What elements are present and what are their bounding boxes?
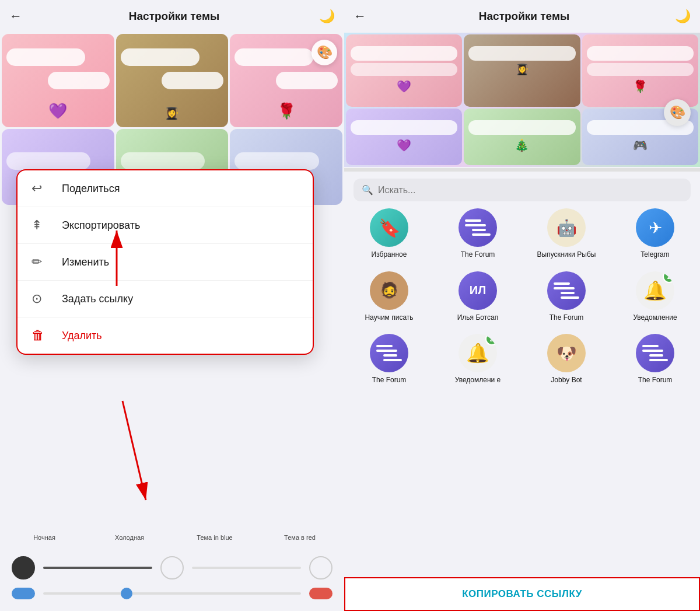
menu-delete-label: Удалить bbox=[62, 330, 102, 342]
chat-item-forum-4[interactable]: The Forum bbox=[617, 334, 693, 385]
jobby-avatar: 🐶 bbox=[547, 334, 586, 372]
forum1-avatar bbox=[459, 208, 497, 247]
forum2-name: The Forum bbox=[550, 313, 584, 323]
toggle-dark[interactable] bbox=[12, 556, 35, 579]
menu-edit-label: Изменить bbox=[62, 256, 109, 268]
theme-grid-top: 💜 👩‍🎓 🌹 bbox=[0, 34, 344, 127]
chat-item-notification-1[interactable]: 🔔 2 Уведомление bbox=[617, 271, 693, 323]
search-icon: 🔍 bbox=[362, 184, 373, 195]
theme-cell-blue[interactable]: 👩‍🎓 bbox=[116, 34, 229, 127]
right-night-mode-icon[interactable]: 🌙 bbox=[675, 9, 691, 24]
chat-row-3: The Forum 🔔 2 Уведомлени е 🐶 Jobby Bot bbox=[351, 334, 693, 385]
forum3-avatar bbox=[370, 334, 408, 372]
copy-link-button[interactable]: КОПИРОВАТЬ ССЫЛКУ bbox=[344, 577, 700, 611]
wp-cell-4[interactable]: 💜 bbox=[346, 109, 462, 166]
toggle-mid[interactable] bbox=[160, 556, 184, 579]
bottom-controls bbox=[0, 547, 344, 611]
copy-link-label: КОПИРОВАТЬ ССЫЛКУ bbox=[462, 588, 582, 600]
graduates-avatar: 🤖 bbox=[547, 208, 586, 247]
chat-row-2: 🧔 Научим писать ИЛ Илья Ботсап Th bbox=[351, 271, 693, 323]
theme-label-night: Ночная bbox=[2, 534, 87, 541]
forum4-avatar bbox=[636, 334, 674, 372]
search-bar[interactable]: 🔍 bbox=[354, 179, 691, 201]
chat-item-notification-2[interactable]: 🔔 2 Уведомлени е bbox=[440, 334, 516, 385]
export-icon: ⇞ bbox=[32, 218, 52, 233]
graduates-name: Выпускники Рыбы bbox=[537, 250, 596, 260]
favorites-avatar: 🔖 bbox=[370, 208, 408, 247]
theme-label-red: Тема в red bbox=[257, 534, 342, 541]
svg-line-3 bbox=[123, 401, 146, 500]
menu-export[interactable]: ⇞ Экспортировать bbox=[18, 207, 313, 244]
chat-row-1: 🔖 Избранное The Forum 🤖 bbox=[351, 208, 693, 260]
right-page-title: Настройки темы bbox=[373, 10, 675, 23]
wp-cell-2[interactable]: 👩‍🎓 bbox=[464, 34, 580, 107]
chat-item-telegram[interactable]: ✈ Telegram bbox=[617, 208, 693, 260]
telegram-avatar: ✈ bbox=[636, 208, 674, 247]
theme-label-blue: Тема in blue bbox=[172, 534, 257, 541]
menu-delete[interactable]: 🗑 Удалить bbox=[18, 317, 313, 354]
forum1-name: The Forum bbox=[461, 250, 495, 260]
notification2-name: Уведомлени е bbox=[455, 376, 501, 385]
theme-cell-pink[interactable]: 💜 bbox=[2, 34, 114, 127]
section-divider bbox=[344, 168, 700, 172]
notification2-badge: 2 bbox=[485, 334, 497, 345]
chat-item-ilya[interactable]: ИЛ Илья Ботсап bbox=[440, 271, 516, 323]
left-panel: ← Настройки темы 🌙 💜 👩‍🎓 🌹 🎨 💜 bbox=[0, 0, 344, 611]
wp-cell-5[interactable]: 🎄 bbox=[464, 109, 580, 166]
right-palette-button[interactable]: 🎨 bbox=[664, 99, 691, 126]
notification1-avatar: 🔔 2 bbox=[636, 271, 674, 310]
chat-item-forum-3[interactable]: The Forum bbox=[351, 334, 427, 385]
notification2-avatar: 🔔 2 bbox=[459, 334, 497, 372]
menu-share[interactable]: ↩ Поделиться bbox=[18, 170, 313, 207]
ilya-name: Илья Ботсап bbox=[457, 313, 499, 323]
wallpaper-preview: 💜 👩‍🎓 🌹 💜 🎄 🎮 bbox=[344, 33, 700, 167]
toggle-switch-red[interactable] bbox=[309, 588, 332, 599]
learn-write-avatar: 🧔 bbox=[370, 271, 408, 310]
menu-edit[interactable]: ✏ Изменить bbox=[18, 244, 313, 281]
jobby-name: Jobby Bot bbox=[551, 376, 582, 385]
left-back-button[interactable]: ← bbox=[9, 9, 22, 24]
theme-label-cold: Холодная bbox=[87, 534, 172, 541]
menu-share-label: Поделиться bbox=[62, 183, 120, 195]
search-input[interactable] bbox=[378, 185, 682, 195]
left-night-mode-icon[interactable]: 🌙 bbox=[319, 9, 335, 24]
menu-set-link[interactable]: ⊙ Задать ссылку bbox=[18, 281, 313, 317]
wp-cell-1[interactable]: 💜 bbox=[346, 34, 462, 107]
notification1-badge: 2 bbox=[663, 271, 674, 283]
context-menu: ↩ Поделиться ⇞ Экспортировать ✏ Изменить… bbox=[16, 169, 314, 355]
chat-item-learn-write[interactable]: 🧔 Научим писать bbox=[351, 271, 427, 323]
notification1-name: Уведомление bbox=[633, 313, 677, 323]
toggle-switch-blue[interactable] bbox=[12, 588, 35, 599]
right-header: ← Настройки темы 🌙 bbox=[344, 0, 700, 33]
chat-item-forum-1[interactable]: The Forum bbox=[440, 208, 516, 260]
learn-write-name: Научим писать bbox=[365, 313, 413, 323]
palette-button[interactable]: 🎨 bbox=[312, 40, 337, 65]
forum4-name: The Forum bbox=[638, 376, 673, 385]
slider-thumb-blue[interactable] bbox=[121, 588, 132, 599]
toggle-light[interactable] bbox=[309, 556, 332, 579]
chat-item-graduates[interactable]: 🤖 Выпускники Рыбы bbox=[528, 208, 604, 260]
menu-set-link-label: Задать ссылку bbox=[62, 293, 133, 305]
chat-item-forum-2[interactable]: The Forum bbox=[528, 271, 604, 323]
wp-cell-3[interactable]: 🌹 bbox=[582, 34, 698, 107]
annotation-arrow-down bbox=[93, 395, 175, 512]
telegram-name: Telegram bbox=[640, 250, 669, 260]
left-page-title: Настройки темы bbox=[29, 10, 319, 23]
chat-list: 🔖 Избранное The Forum 🤖 bbox=[344, 208, 700, 453]
left-header: ← Настройки темы 🌙 bbox=[0, 0, 344, 33]
right-back-button[interactable]: ← bbox=[354, 9, 366, 24]
theme-labels-row: Ночная Холодная Тема in blue Тема в red bbox=[0, 534, 344, 541]
link-icon: ⊙ bbox=[32, 291, 52, 306]
forum2-avatar bbox=[547, 271, 586, 310]
delete-icon: 🗑 bbox=[32, 328, 52, 343]
right-panel: ← Настройки темы 🌙 💜 👩‍🎓 🌹 💜 🎄 🎮 bbox=[344, 0, 700, 611]
forum3-name: The Forum bbox=[372, 376, 407, 385]
ilya-avatar: ИЛ bbox=[459, 271, 497, 310]
share-icon: ↩ bbox=[32, 181, 52, 196]
chat-item-favorites[interactable]: 🔖 Избранное bbox=[351, 208, 427, 260]
chat-item-jobby[interactable]: 🐶 Jobby Bot bbox=[528, 334, 604, 385]
edit-icon: ✏ bbox=[32, 254, 52, 270]
favorites-name: Избранное bbox=[372, 250, 407, 260]
menu-export-label: Экспортировать bbox=[62, 219, 140, 232]
